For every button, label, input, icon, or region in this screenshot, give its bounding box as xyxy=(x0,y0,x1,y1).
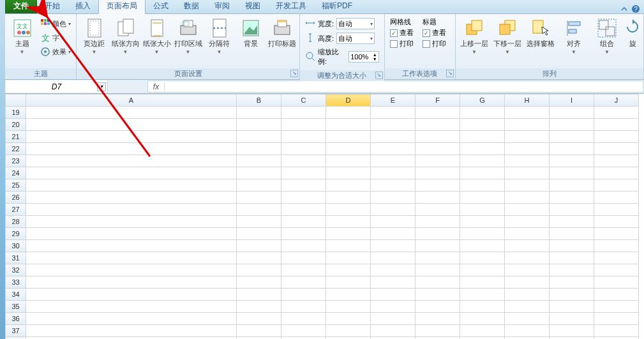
column-header-G[interactable]: G xyxy=(460,94,505,107)
cell-I20[interactable] xyxy=(550,119,594,131)
gridlines-view-checkbox[interactable]: ✓ xyxy=(390,29,398,37)
cell-G35[interactable] xyxy=(460,301,505,313)
zoom-spinner[interactable]: 100%▲▼ xyxy=(348,51,378,63)
cell-F22[interactable] xyxy=(416,143,460,155)
row-header-25[interactable]: 25 xyxy=(6,179,26,192)
cell-J28[interactable] xyxy=(594,216,639,228)
cell-F35[interactable] xyxy=(416,301,460,313)
cell-H22[interactable] xyxy=(505,143,550,155)
cell-C28[interactable] xyxy=(281,216,326,228)
cell-I26[interactable] xyxy=(550,192,594,204)
cell-B23[interactable] xyxy=(237,155,281,167)
sheet-opts-launcher[interactable]: ↘ xyxy=(446,70,454,77)
cell-E36[interactable] xyxy=(371,313,416,325)
cell-J29[interactable] xyxy=(594,228,639,240)
cell-H27[interactable] xyxy=(505,204,550,216)
cell-G38[interactable] xyxy=(460,337,505,340)
cell-H19[interactable] xyxy=(505,107,550,119)
help-icon[interactable]: ? xyxy=(631,4,640,13)
row-header-19[interactable]: 19 xyxy=(6,107,26,119)
row-header-29[interactable]: 29 xyxy=(6,228,26,240)
cell-I22[interactable] xyxy=(550,143,594,155)
cell-H38[interactable] xyxy=(505,337,550,340)
name-box-dropdown[interactable]: ▾ xyxy=(97,82,106,91)
cell-A33[interactable] xyxy=(26,276,237,289)
select-all-corner[interactable] xyxy=(6,94,26,107)
cell-E31[interactable] xyxy=(371,252,416,264)
cell-E29[interactable] xyxy=(371,228,416,240)
cell-H30[interactable] xyxy=(505,240,550,252)
cell-D32[interactable] xyxy=(326,264,371,276)
cell-E33[interactable] xyxy=(371,276,416,289)
cell-D34[interactable] xyxy=(326,289,371,301)
cell-D29[interactable] xyxy=(326,228,371,240)
rotate-button[interactable]: 旋 xyxy=(624,17,641,50)
cell-F24[interactable] xyxy=(416,167,460,179)
cell-G36[interactable] xyxy=(460,313,505,325)
column-header-H[interactable]: H xyxy=(505,94,550,107)
group-button[interactable]: 组合▼ xyxy=(591,17,623,56)
cell-C21[interactable] xyxy=(281,131,326,143)
cell-I36[interactable] xyxy=(550,313,594,325)
cell-I38[interactable] xyxy=(550,337,594,340)
bring-forward-button[interactable]: 上移一层▼ xyxy=(458,17,490,56)
column-header-F[interactable]: F xyxy=(416,94,460,107)
cell-H29[interactable] xyxy=(505,228,550,240)
tab-formula[interactable]: 公式 xyxy=(146,0,176,13)
row-header-35[interactable]: 35 xyxy=(6,301,26,313)
cell-J20[interactable] xyxy=(594,119,639,131)
cell-E20[interactable] xyxy=(371,119,416,131)
cell-D19[interactable] xyxy=(326,107,371,119)
cell-E34[interactable] xyxy=(371,289,416,301)
cell-J33[interactable] xyxy=(594,276,639,289)
headings-view-checkbox[interactable]: ✓ xyxy=(423,29,430,37)
tab-home[interactable]: 开始 xyxy=(37,0,68,13)
cell-J19[interactable] xyxy=(594,107,639,119)
cell-I31[interactable] xyxy=(550,252,594,264)
cell-B28[interactable] xyxy=(237,216,281,228)
cell-G34[interactable] xyxy=(460,289,505,301)
cell-E28[interactable] xyxy=(371,216,416,228)
cell-F38[interactable] xyxy=(416,337,460,340)
cell-E35[interactable] xyxy=(371,301,416,313)
print-area-button[interactable]: 打印区域▼ xyxy=(173,17,203,56)
cell-E32[interactable] xyxy=(371,264,416,276)
cell-H34[interactable] xyxy=(505,289,550,301)
cell-D27[interactable] xyxy=(326,204,371,216)
column-header-B[interactable]: B xyxy=(237,94,281,107)
theme-colors-button[interactable]: 颜色▾ xyxy=(38,17,73,31)
cell-J35[interactable] xyxy=(594,301,639,313)
cell-B25[interactable] xyxy=(237,179,281,192)
cell-F31[interactable] xyxy=(416,252,460,264)
cell-A19[interactable] xyxy=(26,107,237,119)
row-header-26[interactable]: 26 xyxy=(6,192,26,204)
cell-E19[interactable] xyxy=(371,107,416,119)
selection-pane-button[interactable]: 选择窗格 xyxy=(525,17,557,50)
cell-F23[interactable] xyxy=(416,155,460,167)
cell-A36[interactable] xyxy=(26,313,237,325)
tab-insert[interactable]: 插入 xyxy=(68,0,98,13)
cell-G24[interactable] xyxy=(460,167,505,179)
cell-I37[interactable] xyxy=(550,325,594,337)
cell-A26[interactable] xyxy=(26,192,237,204)
cell-C32[interactable] xyxy=(281,264,326,276)
cell-D35[interactable] xyxy=(326,301,371,313)
cell-H23[interactable] xyxy=(505,155,550,167)
size-button[interactable]: 纸张大小▼ xyxy=(142,17,172,56)
cell-F27[interactable] xyxy=(416,204,460,216)
row-header-34[interactable]: 34 xyxy=(6,289,26,301)
cell-D22[interactable] xyxy=(326,143,371,155)
row-header-36[interactable]: 36 xyxy=(6,313,26,325)
cell-B29[interactable] xyxy=(237,228,281,240)
row-header-32[interactable]: 32 xyxy=(6,264,26,276)
cell-I34[interactable] xyxy=(550,289,594,301)
cell-B30[interactable] xyxy=(237,240,281,252)
column-header-C[interactable]: C xyxy=(281,94,326,107)
row-header-23[interactable]: 23 xyxy=(6,155,26,167)
cell-D26[interactable] xyxy=(326,192,371,204)
cell-B34[interactable] xyxy=(237,289,281,301)
themes-button[interactable]: 文文 主题 ▼ xyxy=(8,17,36,56)
cell-A29[interactable] xyxy=(26,228,237,240)
theme-effects-button[interactable]: 效果▾ xyxy=(38,45,73,59)
cell-G31[interactable] xyxy=(460,252,505,264)
